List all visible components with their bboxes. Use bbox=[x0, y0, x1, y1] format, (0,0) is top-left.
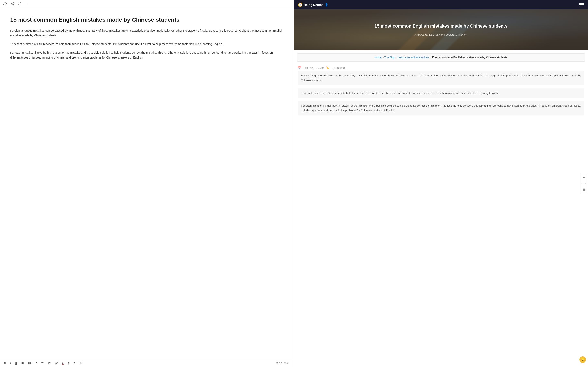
svg-line-4 bbox=[12, 3, 13, 4]
post-paragraph-1: Foreign language mistakes can be caused … bbox=[298, 71, 584, 85]
chevron-down-icon[interactable]: ▾ bbox=[290, 362, 291, 364]
code-icon[interactable] bbox=[581, 181, 587, 186]
blog-logo: 🧭 Being Nomad 👤 bbox=[298, 2, 328, 7]
calendar-icon: 📅 bbox=[298, 67, 301, 69]
bold-button[interactable]: B bbox=[3, 361, 7, 365]
breadcrumb-blog[interactable]: The Blog bbox=[384, 56, 394, 59]
check-icon[interactable] bbox=[581, 175, 587, 180]
hamburger-menu[interactable] bbox=[579, 3, 584, 6]
breadcrumb-home[interactable]: Home bbox=[375, 56, 381, 59]
article-body: Foreign language mistakes can be caused … bbox=[10, 28, 284, 60]
clock-icon: ⏱ bbox=[276, 362, 278, 365]
share-icon[interactable] bbox=[11, 2, 14, 6]
post-meta: 📅 February 17, 2019 ✏️ Ola Jagielska bbox=[294, 65, 588, 71]
hero-section: 15 most common English mistakes made by … bbox=[294, 9, 588, 50]
hero-divider bbox=[433, 31, 449, 31]
svg-point-2 bbox=[13, 4, 14, 5]
top-toolbar: ··· bbox=[0, 0, 294, 8]
blog-header: 🧭 Being Nomad 👤 bbox=[294, 0, 588, 9]
post-date: February 17, 2019 bbox=[303, 67, 324, 69]
side-icon-panel bbox=[580, 173, 588, 194]
text-color-button[interactable]: A bbox=[61, 361, 65, 365]
svg-line-3 bbox=[12, 4, 13, 5]
breadcrumb-current: 15 most common English mistakes made by … bbox=[432, 56, 507, 59]
underline-button[interactable]: U bbox=[14, 361, 17, 365]
logo-icon: 🧭 bbox=[298, 2, 303, 7]
right-preview-panel: 🧭 Being Nomad 👤 15 most common English m… bbox=[294, 0, 588, 367]
breadcrumb: Home » The Blog » Languages and Interact… bbox=[297, 53, 585, 62]
expand-icon[interactable] bbox=[18, 2, 22, 6]
article-paragraph-1: Foreign language mistakes can be caused … bbox=[10, 28, 284, 38]
image-button[interactable] bbox=[79, 361, 83, 365]
ol-button[interactable] bbox=[47, 361, 52, 365]
article-paragraph-2: This post is aimed at ESL teachers, to h… bbox=[10, 42, 284, 47]
h2-button[interactable]: H2 bbox=[27, 361, 32, 365]
post-author: Ola Jagielska bbox=[332, 67, 346, 69]
post-paragraph-2: This post is aimed at ESL teachers, to h… bbox=[298, 89, 584, 98]
svg-point-8 bbox=[41, 362, 42, 363]
h1-button[interactable]: H1 bbox=[20, 361, 25, 365]
left-editor-panel: ··· 15 most common English mistakes made… bbox=[0, 0, 294, 367]
hero-background bbox=[294, 9, 588, 50]
refresh-icon[interactable] bbox=[3, 2, 7, 6]
ul-button[interactable] bbox=[40, 361, 45, 365]
format-toolbar: B I U H1 H2 “ A ¶ S ⏱ 129 单词 ▾ bbox=[0, 359, 294, 367]
editor-content: 15 most common English mistakes made by … bbox=[0, 8, 294, 359]
word-count: ⏱ 129 单词 ▾ bbox=[276, 361, 291, 365]
post-body: Foreign language mistakes can be caused … bbox=[294, 71, 588, 123]
emoji-button[interactable]: 😊 bbox=[579, 356, 586, 363]
logo-text: Being Nomad bbox=[304, 3, 324, 7]
article-paragraph-3: For each mistake, I'll give both a reaso… bbox=[10, 50, 284, 60]
hero-subtitle: And tips for ESL teachers on how to fix … bbox=[415, 33, 467, 36]
layer-icon[interactable] bbox=[581, 187, 587, 192]
strikethrough-button[interactable]: S bbox=[73, 361, 76, 365]
blog-content: Home » The Blog » Languages and Interact… bbox=[294, 50, 588, 367]
word-count-value: 129 单词 bbox=[279, 361, 289, 365]
svg-point-15 bbox=[80, 363, 81, 363]
logo-person-icon: 👤 bbox=[325, 3, 328, 6]
breadcrumb-category[interactable]: Languages and Interactions bbox=[397, 56, 429, 59]
svg-point-9 bbox=[41, 363, 42, 363]
author-icon: ✏️ bbox=[326, 67, 329, 69]
svg-point-0 bbox=[13, 2, 14, 3]
hero-title: 15 most common English mistakes made by … bbox=[370, 23, 512, 29]
article-title: 15 most common English mistakes made by … bbox=[10, 16, 284, 24]
quote-button[interactable]: “ bbox=[35, 361, 38, 365]
italic-button[interactable]: I bbox=[9, 361, 12, 365]
para-button[interactable]: ¶ bbox=[67, 361, 70, 365]
svg-point-1 bbox=[11, 3, 12, 4]
more-icon[interactable]: ··· bbox=[25, 2, 29, 6]
post-paragraph-3: For each mistake, I'll give both a reaso… bbox=[298, 101, 584, 115]
link-button[interactable] bbox=[54, 361, 59, 365]
svg-rect-16 bbox=[583, 189, 585, 191]
